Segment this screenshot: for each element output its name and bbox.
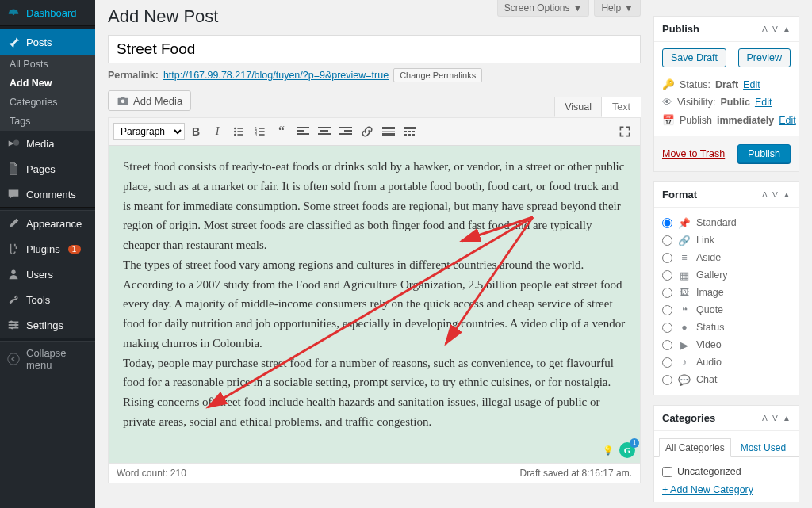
add-category-link[interactable]: + Add New Category: [662, 484, 753, 495]
svg-rect-27: [297, 133, 309, 135]
format-radio[interactable]: [662, 305, 672, 315]
svg-rect-38: [404, 131, 407, 132]
move-up-icon[interactable]: ᐱ: [762, 414, 768, 422]
submenu-categories[interactable]: Categories: [0, 93, 95, 112]
svg-rect-40: [412, 131, 415, 132]
move-up-icon[interactable]: ᐱ: [762, 190, 768, 199]
preview-button[interactable]: Preview: [738, 48, 791, 67]
sidebar-item-posts[interactable]: Posts: [0, 29, 95, 55]
svg-rect-18: [237, 134, 243, 136]
format-radio[interactable]: [662, 218, 672, 228]
sidebar-collapse[interactable]: Collapse menu: [0, 342, 95, 376]
svg-point-8: [10, 327, 13, 330]
format-option-standard[interactable]: 📌Standard: [662, 214, 791, 231]
bullet-list-button[interactable]: [228, 121, 249, 142]
sidebar-item-settings[interactable]: Settings: [0, 312, 95, 338]
format-option-label: Status: [696, 322, 724, 333]
format-radio[interactable]: [662, 253, 672, 263]
blockquote-button[interactable]: “: [271, 121, 292, 142]
sidebar-item-appearance[interactable]: Appearance: [0, 211, 95, 236]
numbered-list-button[interactable]: 123: [250, 121, 270, 142]
move-down-icon[interactable]: ᐯ: [772, 414, 778, 422]
format-radio[interactable]: [662, 288, 672, 298]
align-right-button[interactable]: [335, 121, 356, 142]
sidebar-item-pages[interactable]: Pages: [0, 156, 95, 181]
submenu-tags[interactable]: Tags: [0, 112, 95, 131]
format-radio[interactable]: [662, 340, 672, 350]
change-permalinks-button[interactable]: Change Permalinks: [393, 68, 482, 82]
publish-button[interactable]: Publish: [737, 144, 791, 163]
edit-visibility-link[interactable]: Edit: [755, 97, 772, 108]
format-option-image[interactable]: 🖼Image: [662, 284, 791, 301]
gauge-icon: [6, 6, 21, 20]
category-label: Uncategorized: [677, 466, 741, 477]
submenu-add-new[interactable]: Add New: [0, 74, 95, 93]
category-item[interactable]: Uncategorized: [662, 464, 791, 479]
sidebar-item-plugins[interactable]: Plugins 1: [0, 236, 95, 262]
editor-body[interactable]: Street food consists of ready-to-eat foo…: [109, 146, 640, 463]
link-button[interactable]: [357, 121, 377, 142]
visual-tab[interactable]: Visual: [554, 97, 602, 117]
status-value: Draft: [715, 79, 738, 90]
format-option-quote[interactable]: ❝Quote: [662, 301, 791, 319]
word-count: Word count: 210: [117, 468, 186, 479]
svg-point-17: [234, 134, 236, 136]
format-radio[interactable]: [662, 357, 672, 368]
format-option-video[interactable]: ▶Video: [662, 336, 791, 353]
format-status-icon: ●: [678, 321, 691, 334]
submenu-all-posts[interactable]: All Posts: [0, 55, 95, 74]
format-option-gallery[interactable]: ▦Gallery: [662, 266, 791, 284]
sidebar-item-tools[interactable]: Tools: [0, 287, 95, 312]
format-option-label: Chat: [696, 374, 717, 385]
lightbulb-icon[interactable]: 💡: [600, 442, 616, 458]
sidebar-item-media[interactable]: Media: [0, 131, 95, 156]
toggle-icon[interactable]: ▲: [783, 190, 791, 199]
fullscreen-button[interactable]: [615, 121, 635, 142]
sidebar-item-comments[interactable]: Comments: [0, 181, 95, 207]
sidebar-item-users[interactable]: Users: [0, 262, 95, 287]
italic-button[interactable]: I: [207, 121, 228, 142]
add-media-button[interactable]: Add Media: [108, 90, 191, 111]
format-option-audio[interactable]: ♪Audio: [662, 353, 791, 371]
move-to-trash-link[interactable]: Move to Trash: [662, 148, 725, 159]
editor-text: Street food consists of ready-to-eat foo…: [123, 157, 626, 432]
move-up-icon[interactable]: ᐱ: [762, 25, 768, 33]
help-tab[interactable]: Help ▼: [594, 0, 641, 17]
edit-status-link[interactable]: Edit: [743, 79, 760, 90]
svg-rect-14: [237, 128, 243, 129]
screen-options-tab[interactable]: Screen Options ▼: [497, 0, 590, 17]
paragraph-format-select[interactable]: Paragraph: [113, 123, 185, 140]
format-option-chat[interactable]: 💬Chat: [662, 371, 791, 388]
format-radio[interactable]: [662, 270, 672, 281]
save-draft-button[interactable]: Save Draft: [662, 48, 726, 67]
format-title: Format: [662, 189, 697, 201]
format-option-aside[interactable]: ≡Aside: [662, 249, 791, 266]
toolbar-toggle-button[interactable]: [400, 121, 420, 142]
align-left-button[interactable]: [293, 121, 313, 142]
read-more-button[interactable]: [378, 121, 399, 142]
toggle-icon[interactable]: ▲: [783, 414, 791, 422]
draft-saved-time: Draft saved at 8:16:17 am.: [520, 468, 632, 479]
text-tab[interactable]: Text: [602, 97, 641, 117]
grammarly-icon[interactable]: G1: [619, 442, 635, 458]
format-radio[interactable]: [662, 375, 672, 385]
bold-button[interactable]: B: [186, 121, 206, 142]
format-option-status[interactable]: ●Status: [662, 319, 791, 336]
format-radio[interactable]: [662, 235, 672, 246]
format-option-link[interactable]: 🔗Link: [662, 231, 791, 249]
category-checkbox[interactable]: [662, 467, 672, 477]
status-label: Status:: [680, 79, 710, 90]
cat-tab-all[interactable]: All Categories: [659, 438, 731, 457]
post-title-input[interactable]: [108, 35, 641, 63]
move-down-icon[interactable]: ᐯ: [772, 25, 778, 33]
cat-tab-most-used[interactable]: Most Used: [734, 438, 792, 457]
align-center-button[interactable]: [314, 121, 335, 142]
permalink-url[interactable]: http://167.99.78.217/blog/tuyen/?p=9&pre…: [163, 70, 389, 81]
svg-point-15: [234, 131, 236, 132]
toggle-icon[interactable]: ▲: [783, 25, 791, 33]
edit-publish-link[interactable]: Edit: [779, 115, 796, 126]
permalink-label: Permalink:: [108, 70, 159, 81]
sidebar-item-dashboard[interactable]: Dashboard: [0, 0, 95, 25]
move-down-icon[interactable]: ᐯ: [772, 190, 778, 199]
format-radio[interactable]: [662, 323, 672, 333]
